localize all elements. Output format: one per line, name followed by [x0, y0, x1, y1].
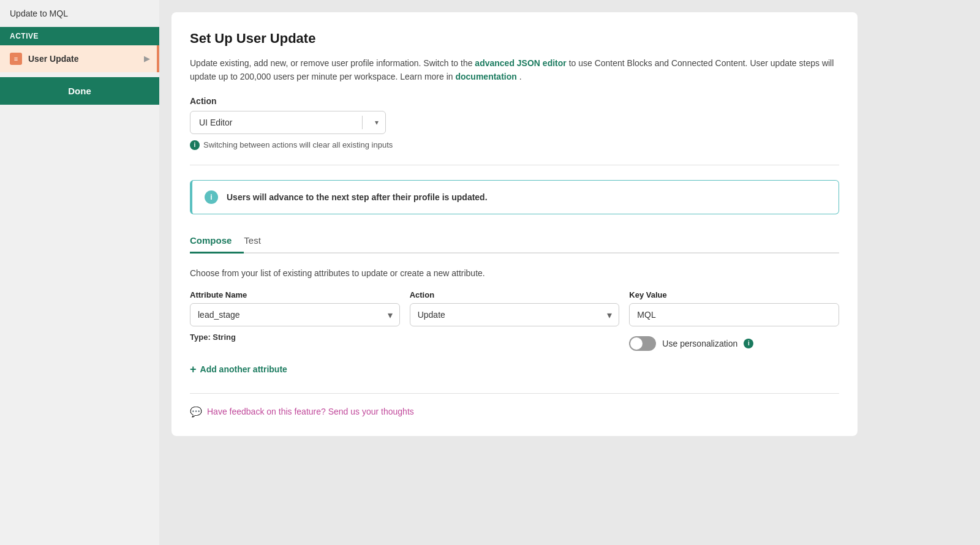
compose-section: Choose from your list of existing attrib…	[190, 268, 839, 418]
action-field-label: Action	[410, 290, 620, 299]
description: Update existing, add new, or remove user…	[190, 56, 839, 84]
chat-icon: 💬	[190, 406, 202, 418]
banner-text: Users will advance to the next step afte…	[227, 192, 488, 202]
banner-info-icon: i	[205, 190, 218, 204]
documentation-link[interactable]: documentation	[455, 72, 516, 81]
action-hint-text: Switching between actions will clear all…	[203, 140, 393, 149]
key-value-label: Key Value	[629, 290, 839, 299]
tabs: Compose Test	[190, 229, 839, 254]
compose-description: Choose from your list of existing attrib…	[190, 268, 839, 278]
add-attribute-label: Add another attribute	[200, 364, 287, 374]
main-card: Set Up User Update Update existing, add …	[172, 12, 858, 436]
type-prefix: Type:	[190, 333, 213, 342]
action-select-wrapper-field: Update Remove ▾	[410, 303, 620, 326]
select-divider	[362, 116, 363, 129]
feedback-text: Have feedback on this feature? Send us y…	[207, 407, 414, 416]
info-icon: i	[190, 140, 200, 150]
type-label: Type: String	[190, 333, 400, 342]
action-field-select[interactable]: Update Remove	[410, 303, 620, 326]
action-hint: i Switching between actions will clear a…	[190, 140, 839, 150]
attribute-name-group: Attribute Name lead_stage ▾ Type: String	[190, 290, 400, 342]
sidebar-title: Update to MQL	[0, 0, 159, 27]
divider-1	[190, 165, 839, 165]
description-part1: Update existing, add new, or remove user…	[190, 58, 475, 68]
attribute-name-select[interactable]: lead_stage	[190, 303, 400, 326]
toggle-row: Use personalization i	[629, 336, 839, 351]
info-banner: i Users will advance to the next step af…	[190, 180, 839, 214]
personalization-toggle[interactable]	[629, 336, 656, 351]
key-value-group: Key Value Use personalization i	[629, 290, 839, 351]
action-select-wrapper: UI Editor JSON Editor ▾	[190, 111, 386, 134]
sidebar-item-user-update[interactable]: ≡ User Update ▶	[0, 45, 159, 72]
user-update-icon: ≡	[10, 53, 22, 65]
add-attribute-button[interactable]: + Add another attribute	[190, 363, 287, 376]
action-label: Action	[190, 96, 839, 106]
sidebar-item-label: User Update	[28, 54, 78, 64]
done-button[interactable]: Done	[0, 77, 159, 105]
tab-compose[interactable]: Compose	[190, 229, 244, 254]
attribute-headers: Attribute Name lead_stage ▾ Type: String…	[190, 290, 839, 351]
toggle-label: Use personalization	[662, 339, 737, 348]
key-value-input[interactable]	[629, 303, 839, 326]
page-title: Set Up User Update	[190, 31, 839, 47]
type-value: String	[213, 333, 236, 342]
main-content: Set Up User Update Update existing, add …	[159, 0, 980, 545]
attribute-name-label: Attribute Name	[190, 290, 400, 299]
tab-test[interactable]: Test	[244, 229, 273, 254]
feedback-link[interactable]: 💬 Have feedback on this feature? Send us…	[190, 393, 839, 418]
personalization-info-icon[interactable]: i	[744, 339, 753, 348]
plus-icon: +	[190, 363, 197, 376]
sidebar: Update to MQL ACTIVE ≡ User Update ▶ Don…	[0, 0, 159, 545]
action-group: Action Update Remove ▾	[410, 290, 620, 326]
action-select[interactable]: UI Editor JSON Editor	[190, 111, 386, 134]
sidebar-item-arrow: ▶	[144, 55, 149, 63]
sidebar-active-badge: ACTIVE	[0, 27, 159, 45]
toggle-knob	[630, 337, 643, 350]
advanced-json-link[interactable]: advanced JSON editor	[475, 58, 566, 68]
attribute-name-select-wrapper: lead_stage ▾	[190, 303, 400, 326]
description-end: .	[519, 72, 522, 81]
